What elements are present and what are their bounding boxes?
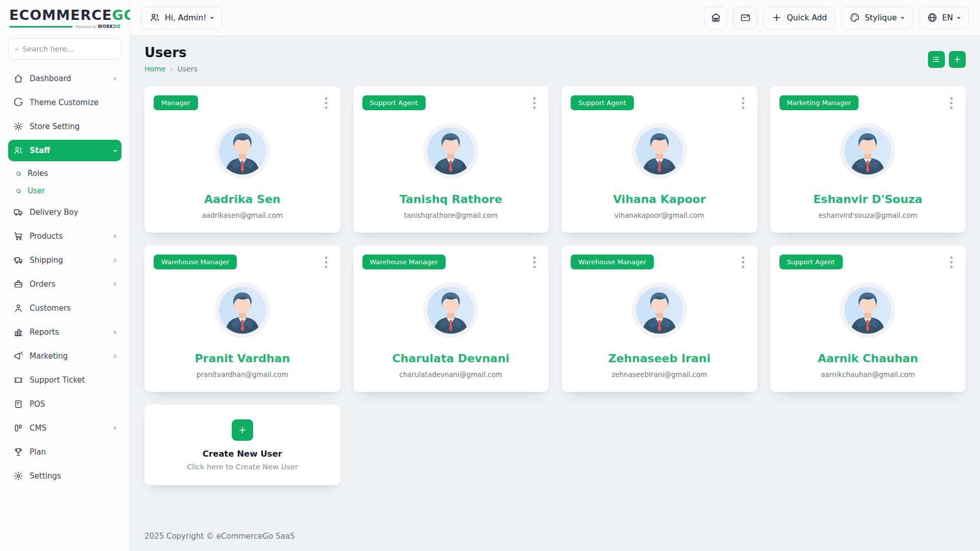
plus-icon (771, 12, 782, 23)
user-email: aarnikchauhan@gmail.com (779, 370, 957, 379)
page-title: Users (144, 45, 198, 60)
chevron-right-icon: › (113, 281, 116, 288)
user-email: charulatadevnani@gmail.com (362, 370, 540, 379)
user-avatar-illustration (427, 128, 474, 174)
plus-icon (952, 55, 962, 64)
messages-button[interactable] (733, 7, 757, 29)
briefcase-icon (13, 279, 23, 289)
language-selector-button[interactable]: EN › (919, 7, 969, 29)
sidebar-subitem-user[interactable]: User (11, 182, 121, 199)
user-avatar-illustration (219, 128, 266, 174)
avatar (423, 123, 478, 179)
brand-logo[interactable]: ECOMMERCEGO Powered By WORKDO (8, 0, 121, 31)
role-badge: Support Agent (779, 255, 843, 269)
card-options-button[interactable] (738, 95, 748, 112)
topbar: Hi, Admin! › Quick Add Stylique › (130, 0, 980, 36)
content-area: Users Home › Users (130, 36, 980, 551)
user-card: Warehouse Manager (353, 245, 549, 392)
bullet-icon (15, 188, 22, 194)
sidebar-item-pos[interactable]: POS (8, 393, 121, 415)
user-avatar-illustration (636, 287, 683, 334)
sidebar-item-label: CMS (30, 423, 107, 433)
search-input[interactable] (22, 45, 115, 53)
globe-icon (927, 12, 938, 23)
create-card-subtitle: Click here to Create New User (187, 463, 298, 471)
sidebar-item-label: Plan (30, 447, 116, 457)
breadcrumb-home-link[interactable]: Home (144, 65, 165, 73)
sidebar-item-customers[interactable]: Customers (8, 297, 121, 319)
user-name: Aarnik Chauhan (779, 352, 957, 365)
gear-icon (13, 471, 23, 481)
storefront-button[interactable] (704, 7, 727, 29)
sidebar-item-label: Shipping (30, 256, 107, 265)
admin-menu-button[interactable]: Hi, Admin! › (141, 7, 222, 29)
user-card: Marketing Manager (770, 86, 966, 233)
create-user-plus-button[interactable] (232, 419, 253, 441)
dots-vertical-icon (947, 96, 955, 110)
dots-vertical-icon (322, 256, 330, 269)
sidebar-item-plan[interactable]: Plan (8, 441, 121, 463)
card-options-button[interactable] (946, 255, 957, 271)
create-new-user-card[interactable]: Create New User Click here to Create New… (144, 405, 340, 485)
admin-greeting: Hi, Admin! (165, 13, 206, 22)
add-user-button[interactable] (949, 51, 966, 68)
user-card: Warehouse Manager (561, 245, 757, 392)
sidebar-item-theme-customize[interactable]: Theme Customize (8, 92, 121, 113)
sidebar-item-staff[interactable]: Staff › (8, 140, 121, 161)
sidebar-item-shipping[interactable]: Shipping › (8, 249, 121, 271)
user-card: Manager (144, 86, 340, 233)
avatar (423, 283, 478, 338)
user-card: Warehouse Manager (144, 245, 340, 392)
cms-columns-icon (13, 423, 23, 433)
sidebar-item-label: Settings (30, 471, 116, 481)
sidebar-item-settings[interactable]: Settings (8, 465, 121, 487)
sidebar-subitem-roles[interactable]: Roles (11, 165, 121, 182)
sidebar-item-cms[interactable]: CMS › (8, 417, 121, 439)
quick-add-button[interactable]: Quick Add (763, 7, 835, 29)
sidebar-search (8, 38, 121, 60)
sidebar-item-reports[interactable]: Reports › (8, 321, 121, 343)
card-options-button[interactable] (321, 95, 331, 112)
sidebar-item-store-setting[interactable]: Store Setting (8, 116, 121, 137)
search-icon (15, 45, 18, 54)
sidebar-item-label: Products (30, 232, 107, 241)
staff-subnav: Roles User (8, 164, 121, 202)
sidebar-item-support-ticket[interactable]: Support Ticket (8, 369, 121, 391)
users-icon (150, 12, 160, 23)
sidebar-item-delivery-boy[interactable]: Delivery Boy (8, 202, 121, 223)
sidebar-nav: Dashboard › Theme Customize Store Settin… (8, 68, 121, 489)
chevron-right-icon: › (113, 257, 116, 264)
role-badge: Warehouse Manager (154, 255, 237, 269)
person-icon (13, 303, 23, 313)
list-view-button[interactable] (928, 51, 945, 68)
sidebar-item-products[interactable]: Products › (8, 226, 121, 247)
user-name: Zehnaseeb Irani (571, 352, 748, 365)
sidebar-item-dashboard[interactable]: Dashboard › (8, 68, 121, 89)
role-badge: Warehouse Manager (362, 255, 446, 269)
card-options-button[interactable] (529, 95, 540, 112)
create-card-title: Create New User (203, 449, 282, 459)
card-options-button[interactable] (321, 255, 331, 271)
sidebar-item-orders[interactable]: Orders › (8, 273, 121, 295)
language-label: EN (942, 13, 953, 22)
user-name: Charulata Devnani (362, 352, 540, 365)
powered-by-label: Powered By WORKDO (76, 24, 120, 29)
card-options-button[interactable] (529, 255, 540, 271)
user-name: Eshanvir D'Souza (779, 193, 957, 206)
role-badge: Support Agent (571, 95, 634, 110)
theme-selector-button[interactable]: Stylique › (841, 7, 913, 29)
chevron-down-icon: › (899, 16, 907, 19)
sidebar-item-label: Dashboard (30, 74, 107, 83)
card-options-button[interactable] (738, 255, 748, 271)
user-name: Vihana Kapoor (571, 193, 748, 206)
user-name: Aadrika Sen (154, 193, 331, 206)
users-icon (13, 145, 23, 156)
user-card: Support Agent (770, 245, 966, 392)
sidebar-item-marketing[interactable]: Marketing › (8, 345, 121, 367)
card-options-button[interactable] (946, 95, 957, 112)
sidebar-item-label: Staff (30, 146, 107, 155)
sidebar-item-label: POS (30, 399, 116, 409)
avatar (215, 283, 270, 338)
logo-underline (9, 26, 72, 28)
app-window: ECOMMERCEGO Powered By WORKDO Dashboard … (0, 0, 980, 551)
